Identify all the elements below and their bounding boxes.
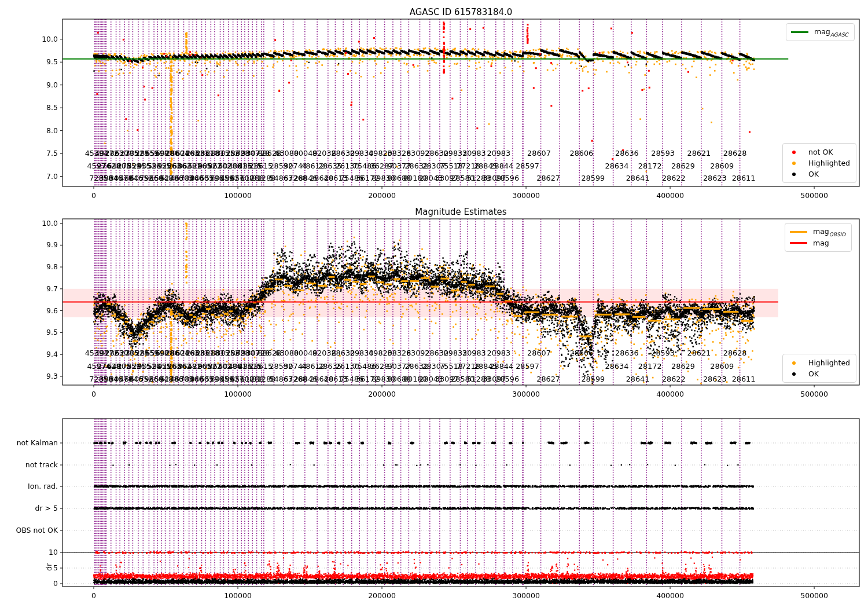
plot1-legend-categories: not OK Highlighted OK: [782, 143, 856, 183]
obsid-label: 20983: [487, 349, 510, 357]
obsid-label: 30983: [462, 149, 486, 158]
x-tick-label: 200000: [368, 191, 396, 200]
x-tick-label: 500000: [800, 191, 828, 200]
x-tick-label: 500000: [800, 390, 828, 398]
x-tick-label: 0: [91, 591, 96, 600]
plot2-legend-lines: magOBSID mag: [785, 223, 852, 252]
plot2-legend-categories: Highlighted OK: [782, 354, 856, 383]
y-tick-label: 9.8: [0, 262, 58, 271]
obsid-label: 28641: [626, 375, 650, 383]
obsid-label: 28621: [687, 349, 711, 357]
mag-line-sample: [790, 242, 807, 244]
obsid-label: 28623: [703, 174, 727, 182]
obsid-label: 28629: [671, 162, 695, 170]
obsid-label: 28606: [570, 149, 594, 158]
obsid-label: 28599: [581, 375, 605, 383]
flag-row-label: Ion. rad.: [0, 482, 58, 490]
y-tick-label: 8.0: [0, 126, 58, 135]
legend-label-ok: OK: [808, 170, 819, 178]
legend-label-highlighted2: Highlighted: [808, 358, 850, 367]
legend-label-ok2: OK: [808, 369, 819, 378]
y-tick-label: 9.0: [0, 80, 58, 89]
obsid-label: 28636: [615, 149, 639, 158]
plot2-title: Magnitude Estimates: [0, 207, 868, 217]
y-tick-label: 9.7: [0, 284, 58, 293]
ok-dot-icon: [792, 372, 796, 376]
legend-item-ok2: OK: [786, 368, 850, 379]
legend-label-highlighted: Highlighted: [808, 159, 850, 167]
mag-obsid-line-sample: [790, 231, 807, 233]
y-tick-label: 8.5: [0, 103, 58, 112]
highlighted-dot-icon: [792, 361, 796, 365]
x-tick-label: 200000: [368, 390, 396, 398]
obsid-label: 28611: [732, 174, 756, 182]
dr-tick-label: 10: [0, 548, 58, 556]
obsid-label: 28641: [626, 174, 650, 182]
obsid-label: 28844: [490, 162, 513, 170]
obsid-label: 28172: [638, 362, 662, 371]
mag-agasc-line-sample: [791, 31, 808, 33]
legend-label-mag-obsid: magOBSID: [813, 227, 845, 237]
y-tick-label: 7.5: [0, 149, 58, 158]
obsid-label: 28609: [710, 362, 734, 371]
y-tick-label: 9.5: [0, 57, 58, 66]
obsid-label: 28623: [703, 375, 727, 383]
y-tick-label: 9.3: [0, 372, 58, 380]
y-tick-label: 7.0: [0, 172, 58, 181]
x-tick-label: 400000: [656, 390, 684, 398]
x-tick-label: 300000: [512, 591, 540, 600]
obsid-label: 30983: [462, 349, 486, 357]
legend-label-mag-agasc: magAGASC: [814, 27, 848, 38]
y-tick-label: 9.9: [0, 240, 58, 249]
obsid-label: 28628: [723, 149, 747, 158]
obsid-label: 28172: [638, 162, 662, 170]
obsid-label: 20983: [487, 149, 510, 158]
obsid-label: 28634: [605, 162, 629, 170]
obsid-label: 28611: [732, 375, 756, 383]
x-tick-label: 400000: [656, 191, 684, 200]
obsid-label: 28621: [687, 149, 711, 158]
flag-row-label: OBS not OK: [0, 526, 58, 534]
legend-item-mag: mag: [789, 237, 845, 248]
obsid-label: 28622: [662, 375, 686, 383]
x-tick-label: 500000: [800, 591, 828, 600]
legend-item-mag-agasc: magAGASC: [790, 27, 848, 38]
obsid-label: 28628: [723, 349, 747, 357]
x-tick-label: 300000: [512, 390, 540, 398]
obsid-label: 28629: [671, 362, 695, 371]
legend-item-highlighted2: Highlighted: [786, 357, 850, 368]
legend-label-mag: mag: [813, 239, 829, 247]
obsid-label: 28627: [536, 375, 560, 383]
y-tick-label: 10.0: [0, 35, 58, 43]
obsid-label: 28627: [536, 174, 560, 182]
obsid-label: 28636: [615, 349, 639, 357]
obsid-label: 28597: [516, 362, 539, 371]
x-tick-label: 0: [91, 191, 96, 200]
y-tick-label: 9.6: [0, 306, 58, 315]
obsid-label: 28597: [516, 162, 539, 170]
x-tick-label: 100000: [224, 390, 252, 398]
obsid-label: 28606: [570, 349, 594, 357]
plot1-title: AGASC ID 615783184.0: [0, 7, 868, 17]
flag-row-label: not track: [0, 460, 58, 469]
obsid-label: 28599: [581, 174, 605, 182]
obsid-label: 28596: [495, 375, 519, 383]
figure: AGASC ID 615783184.0 Magnitude Estimates…: [0, 0, 868, 608]
highlighted-dot-icon: [792, 162, 796, 165]
x-tick-label: 200000: [368, 591, 396, 600]
obsid-label: 28593: [651, 349, 675, 357]
obsid-label: 28609: [710, 162, 734, 170]
y-tick-label: 9.5: [0, 328, 58, 336]
plots-canvas: [0, 0, 868, 608]
y-tick-label: 10.0: [0, 219, 58, 228]
legend-label-not-ok: not OK: [808, 148, 833, 156]
x-tick-label: 400000: [656, 591, 684, 600]
legend-item-mag-obsid: magOBSID: [789, 226, 845, 237]
obsid-label: 28844: [490, 362, 513, 371]
x-tick-label: 300000: [512, 191, 540, 200]
obsid-label: 28607: [527, 149, 551, 158]
legend-item-not-ok: not OK: [786, 146, 850, 158]
not-ok-dot-icon: [792, 151, 796, 154]
obsid-label: 28634: [605, 362, 629, 371]
x-tick-label: 0: [91, 390, 96, 398]
